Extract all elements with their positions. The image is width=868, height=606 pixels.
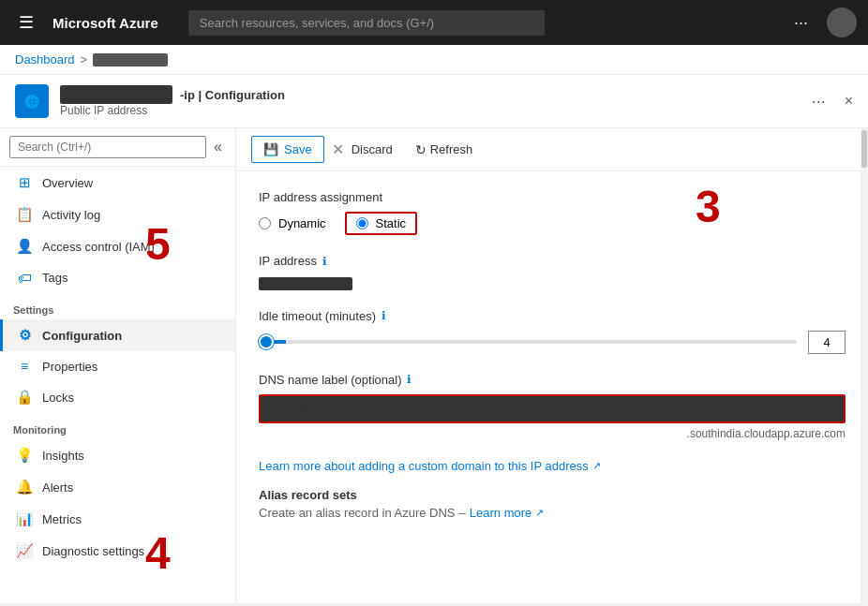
resource-name-redacted [60, 85, 172, 104]
alias-learn-more[interactable]: Learn more ↗ [470, 506, 544, 520]
save-label: Save [284, 142, 312, 156]
resource-icon: 🌐 [15, 84, 49, 118]
save-button[interactable]: 💾 Save [251, 136, 324, 163]
dns-label-text: DNS name label (optional) ℹ [259, 373, 846, 387]
alerts-icon: 🔔 [16, 479, 33, 495]
global-search-input[interactable] [188, 10, 545, 36]
static-radio-label: Static [376, 216, 407, 230]
sidebar-item-label-activity-log: Activity log [42, 208, 100, 222]
brand-name: Microsoft Azure [52, 15, 158, 31]
ip-address-value [259, 277, 352, 290]
properties-icon: ≡ [16, 359, 33, 374]
activity-log-icon: 📋 [16, 206, 33, 223]
overview-icon: ⊞ [16, 174, 33, 191]
sidebar-item-diagnostic[interactable]: 📈 Diagnostic settings [0, 535, 235, 567]
ip-address-field: IP address ℹ [259, 254, 846, 290]
topbar: ☰ Microsoft Azure ··· [0, 0, 868, 45]
dns-name-input[interactable] [261, 396, 844, 421]
idle-timeout-label: Idle timeout (minutes) ℹ [259, 309, 846, 323]
sidebar-item-label-access-control: Access control (IAM) [42, 240, 155, 254]
configuration-icon: ⚙ [16, 327, 33, 344]
locks-icon: 🔒 [16, 389, 33, 406]
insights-icon: 💡 [16, 447, 33, 464]
sidebar-item-insights[interactable]: 💡 Insights [0, 439, 235, 471]
toolbar: 💾 Save ✕ Discard ↻ Refresh [236, 128, 868, 171]
scrollbar[interactable] [861, 128, 868, 603]
ip-assignment-field: IP address assignment Dynamic Static [259, 190, 846, 235]
dynamic-radio-option[interactable]: Dynamic [259, 216, 326, 230]
sidebar-item-label-properties: Properties [42, 360, 97, 374]
settings-section-label: Settings [0, 293, 235, 319]
save-icon: 💾 [263, 142, 278, 156]
dynamic-radio-label: Dynamic [278, 216, 326, 230]
alias-section-sub: Create an alias record in Azure DNS – Le… [259, 506, 846, 520]
sidebar-item-label-overview: Overview [42, 176, 93, 190]
dns-input-wrapper [259, 394, 846, 423]
dns-suffix: .southindia.cloudapp.azure.com [259, 427, 846, 440]
sidebar-collapse-button[interactable]: « [210, 139, 226, 155]
resource-name: -ip | Configuration [60, 85, 801, 104]
close-icon[interactable]: × [845, 93, 853, 110]
static-radio-option[interactable]: Static [356, 216, 407, 230]
refresh-label[interactable]: Refresh [430, 142, 473, 156]
sidebar-search-row: « [0, 128, 235, 167]
public-ip-icon: 🌐 [24, 95, 39, 109]
dns-label-label: DNS name label (optional) [259, 373, 401, 387]
ip-assignment-label: IP address assignment [259, 190, 846, 204]
sidebar-item-tags[interactable]: 🏷 Tags [0, 262, 235, 293]
resource-name-suffix: -ip | Configuration [180, 88, 285, 102]
ip-assignment-label-text: IP address assignment [259, 190, 382, 204]
sidebar-item-configuration[interactable]: ⚙ Configuration [0, 319, 235, 351]
breadcrumb-dashboard[interactable]: Dashboard [15, 52, 75, 67]
dns-info-icon[interactable]: ℹ [407, 373, 412, 386]
alias-section: Alias record sets Create an alias record… [259, 488, 846, 520]
discard-label[interactable]: Discard [352, 142, 393, 156]
idle-timeout-label-text: Idle timeout (minutes) [259, 309, 376, 323]
breadcrumb-current [93, 53, 168, 67]
refresh-icon[interactable]: ↻ [415, 142, 427, 157]
breadcrumb: Dashboard > [0, 45, 868, 75]
sidebar-item-properties[interactable]: ≡ Properties [0, 351, 235, 381]
discard-x-icon[interactable]: ✕ [328, 140, 348, 158]
sidebar-item-label-alerts: Alerts [42, 480, 73, 495]
sidebar: « ⊞ Overview 📋 Activity log 👤 Access con… [0, 128, 236, 603]
diagnostic-icon: 📈 [16, 542, 33, 559]
alias-learn-more-text: Learn more [470, 506, 531, 520]
sidebar-item-activity-log[interactable]: 📋 Activity log [0, 199, 235, 230]
sidebar-item-locks[interactable]: 🔒 Locks [0, 381, 235, 413]
dns-name-field: DNS name label (optional) ℹ .southindia.… [259, 373, 846, 440]
sidebar-item-access-control[interactable]: 👤 Access control (IAM) [0, 230, 235, 262]
static-radio[interactable] [356, 217, 368, 229]
sidebar-item-label-diagnostic: Diagnostic settings [42, 544, 144, 558]
access-control-icon: 👤 [16, 238, 33, 255]
sidebar-item-metrics[interactable]: 📊 Metrics [0, 503, 235, 535]
content-area: 💾 Save ✕ Discard ↻ Refresh IP address as… [236, 128, 868, 603]
main-layout: « ⊞ Overview 📋 Activity log 👤 Access con… [0, 128, 868, 603]
hamburger-icon[interactable]: ☰ [11, 12, 41, 33]
ip-assignment-radio-group: Dynamic Static [259, 212, 846, 235]
alias-section-title: Alias record sets [259, 488, 846, 502]
sidebar-item-label-tags: Tags [42, 271, 67, 285]
resource-more-icon[interactable]: ··· [812, 92, 826, 111]
sidebar-item-overview[interactable]: ⊞ Overview [0, 167, 235, 199]
sidebar-item-label-insights: Insights [42, 449, 84, 463]
resource-subtitle: Public IP address [60, 104, 801, 117]
scrollbar-thumb[interactable] [861, 130, 867, 168]
avatar[interactable] [827, 7, 857, 37]
resource-title-block: -ip | Configuration Public IP address [60, 85, 801, 117]
topbar-more-icon[interactable]: ··· [794, 13, 808, 33]
alias-separator: – [459, 506, 466, 520]
resource-header: 🌐 -ip | Configuration Public IP address … [0, 75, 868, 128]
idle-timeout-info-icon[interactable]: ℹ [382, 309, 386, 322]
idle-timeout-field: Idle timeout (minutes) ℹ 4 [259, 309, 846, 354]
ip-address-info-icon[interactable]: ℹ [322, 255, 327, 268]
idle-timeout-slider-container: 4 [259, 331, 846, 354]
idle-timeout-slider[interactable] [259, 340, 797, 344]
sidebar-item-label-configuration: Configuration [42, 329, 122, 343]
sidebar-item-alerts[interactable]: 🔔 Alerts [0, 471, 235, 503]
learn-more-link[interactable]: Learn more about adding a custom domain … [259, 459, 846, 473]
alias-sub-text: Create an alias record in Azure DNS [259, 506, 456, 520]
dynamic-radio[interactable] [259, 217, 271, 229]
sidebar-search-input[interactable] [9, 136, 206, 158]
learn-more-text: Learn more about adding a custom domain … [259, 459, 589, 473]
